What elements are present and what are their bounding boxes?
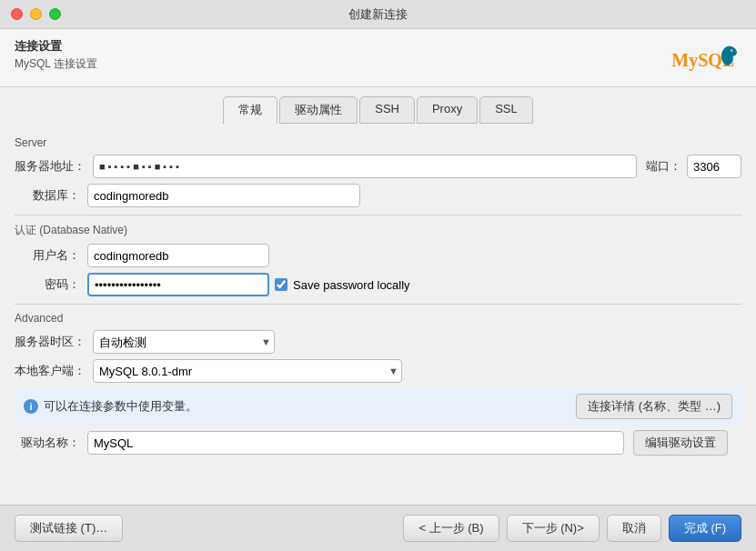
timezone-row: 服务器时区： 自动检测 UTC Asia/Shanghai Asia/Tokyo…: [15, 330, 741, 354]
next-button[interactable]: 下一步 (N)>: [507, 515, 600, 542]
divider-1: [15, 215, 741, 215]
svg-point-2: [731, 50, 732, 51]
tabs-row: 常规 驱动属性 SSH Proxy SSL: [0, 87, 756, 124]
window-title: 创建新连接: [348, 6, 408, 23]
info-left: i 可以在连接参数中使用变量。: [24, 398, 197, 415]
bottom-bar: 测试链接 (T)… < 上一步 (B) 下一步 (N)> 取消 完成 (F): [0, 505, 756, 551]
info-icon: i: [24, 399, 38, 414]
server-section-label: Server: [15, 136, 741, 149]
window-controls[interactable]: [11, 8, 61, 20]
minimize-button[interactable]: [30, 8, 42, 20]
tab-ssl[interactable]: SSL: [479, 96, 533, 124]
password-label: 密码：: [15, 276, 80, 293]
server-label: 服务器地址：: [15, 158, 86, 175]
back-button[interactable]: < 上一步 (B): [403, 515, 499, 542]
title-bar: 创建新连接: [0, 0, 756, 29]
auth-section-label: 认证 (Database Native): [15, 223, 741, 238]
mysql-logo: MySQL: [669, 38, 741, 79]
client-select[interactable]: MySQL 8.0.1-dmr MySQL 8.0.0 MySQL 5.7: [93, 359, 402, 383]
header-section: 连接设置 MySQL 连接设置 MySQL: [0, 29, 756, 87]
header-sub-title: MySQL 连接设置: [15, 56, 97, 72]
password-row: 密码： Save password locally: [15, 273, 741, 296]
username-row: 用户名：: [15, 244, 741, 267]
detail-button[interactable]: 连接详情 (名称、类型 …): [576, 394, 732, 419]
bottom-left: 测试链接 (T)…: [15, 515, 123, 542]
server-value-display: ■▪▪▪▪■▪▪■▪▪▪: [93, 155, 637, 178]
header-main-title: 连接设置: [15, 38, 97, 55]
save-password-row: Save password locally: [275, 278, 410, 292]
username-input[interactable]: [87, 244, 269, 267]
finish-button[interactable]: 完成 (F): [669, 515, 741, 542]
server-row: 服务器地址： ■▪▪▪▪■▪▪■▪▪▪ 端口：: [15, 155, 741, 178]
client-label: 本地客户端：: [15, 363, 86, 379]
port-input[interactable]: [687, 155, 741, 178]
server-masked: ■▪▪▪▪■▪▪■▪▪▪: [99, 161, 182, 172]
client-select-wrapper: MySQL 8.0.1-dmr MySQL 8.0.0 MySQL 5.7 ▼: [93, 359, 402, 383]
cancel-button[interactable]: 取消: [607, 515, 661, 542]
client-row: 本地客户端： MySQL 8.0.1-dmr MySQL 8.0.0 MySQL…: [15, 359, 741, 383]
username-label: 用户名：: [15, 247, 80, 264]
info-text: 可以在连接参数中使用变量。: [44, 398, 197, 415]
database-input[interactable]: [87, 184, 360, 207]
tab-driver[interactable]: 驱动属性: [279, 96, 358, 124]
tab-proxy[interactable]: Proxy: [417, 96, 478, 124]
timezone-select-wrapper: 自动检测 UTC Asia/Shanghai Asia/Tokyo ▼: [93, 330, 275, 354]
database-row: 数据库：: [15, 184, 741, 207]
bottom-right: < 上一步 (B) 下一步 (N)> 取消 完成 (F): [403, 515, 741, 542]
save-password-checkbox[interactable]: [275, 278, 287, 291]
driver-row: 驱动名称： 编辑驱动设置: [15, 430, 741, 456]
info-row: i 可以在连接参数中使用变量。 连接详情 (名称、类型 …): [15, 388, 741, 425]
test-button[interactable]: 测试链接 (T)…: [15, 515, 123, 542]
driver-name-input[interactable]: [87, 431, 624, 455]
tab-ssh[interactable]: SSH: [359, 96, 415, 124]
timezone-select[interactable]: 自动检测 UTC Asia/Shanghai Asia/Tokyo: [93, 330, 275, 354]
edit-driver-button[interactable]: 编辑驱动设置: [633, 430, 728, 456]
save-password-label: Save password locally: [293, 278, 410, 292]
form-area: Server 服务器地址： ■▪▪▪▪■▪▪■▪▪▪ 端口： 数据库： 认证 (…: [0, 124, 756, 505]
header-title: 连接设置 MySQL 连接设置: [15, 38, 97, 72]
close-button[interactable]: [11, 8, 23, 20]
maximize-button[interactable]: [49, 8, 61, 20]
password-input[interactable]: [87, 273, 269, 296]
database-label: 数据库：: [15, 187, 80, 204]
advanced-section-label: Advanced: [15, 312, 741, 325]
tab-normal[interactable]: 常规: [223, 96, 277, 124]
timezone-label: 服务器时区：: [15, 334, 86, 350]
driver-label: 驱动名称：: [15, 435, 80, 451]
divider-2: [15, 304, 741, 305]
port-label: 端口：: [646, 158, 681, 175]
